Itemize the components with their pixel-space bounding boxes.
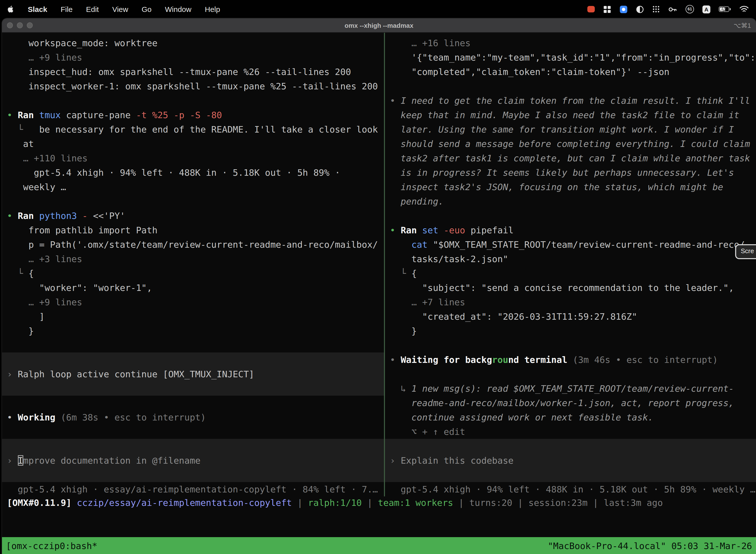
screen: Slack File Edit View Go Window Help: [0, 0, 756, 554]
terminal-row: • Working (6m 38s • esc to interrupt): [2, 410, 384, 425]
omx-status-line: [OMX#0.11.9] cczip/essay/ai-reimplementa…: [2, 495, 756, 510]
tmux-pane-right[interactable]: … +16 lines '{"team_name":"my-team","tas…: [385, 33, 756, 496]
tmux-pane-left[interactable]: workspace_mode: worktree … +9 lines insp…: [2, 33, 384, 496]
terminal-row: › Explain this codebase: [385, 453, 756, 467]
terminal-row: [385, 467, 756, 482]
tmux-session-label: [omx-cczip0:bash*: [6, 540, 97, 551]
menu-bar-left: Slack File Edit View Go Window Help: [7, 5, 220, 14]
terminal-row: … +16 lines: [385, 36, 756, 50]
menu-edit[interactable]: Edit: [86, 5, 99, 13]
terminal-row: "completed","claim_token":"claim-token"}…: [385, 64, 756, 79]
terminal-row: should send a message before completing …: [385, 136, 756, 151]
terminal-row: … +9 lines: [2, 50, 384, 64]
terminal-row: [385, 209, 756, 223]
terminal-row: "subject": "send a concise recommendatio…: [385, 280, 756, 295]
menu-bar-status-icons: 61 A: [587, 5, 749, 13]
window-shortcut-hint: ⌥⌘1: [734, 21, 751, 29]
terminal-row: … +110 lines: [2, 151, 384, 165]
terminal-row: gpt-5.4 xhigh · 94% left · 488K in · 5.1…: [385, 482, 756, 496]
terminal-row: • Waiting for background terminal (3m 46…: [385, 352, 756, 367]
terminal-row: "worker": "worker-1",: [2, 280, 384, 295]
terminal-row: • Ran python3 - <<'PY': [2, 209, 384, 223]
menu-go[interactable]: Go: [142, 5, 151, 13]
terminal-row: "created_at": "2026-03-31T11:59:27.816Z": [385, 309, 756, 324]
terminal-row: gpt-5.4 xhigh · essay/ai-reimplementatio…: [2, 482, 384, 496]
terminal-row: readme-and-reco/mailbox/worker-1.json, a…: [385, 396, 756, 410]
menu-app-name[interactable]: Slack: [28, 5, 47, 13]
terminal-row: [2, 467, 384, 482]
window-title-bar[interactable]: omx --xhigh --madmax ⌥⌘1: [2, 18, 756, 33]
battery-icon[interactable]: [719, 6, 731, 12]
terminal-row: }: [385, 324, 756, 338]
terminal-row: inspect_worker-1: omx sparkshell --tmux-…: [2, 79, 384, 93]
terminal-content: workspace_mode: worktree … +9 lines insp…: [2, 33, 756, 554]
terminal-row: [2, 338, 384, 352]
terminal-row: … +3 lines: [2, 252, 384, 266]
key-icon[interactable]: [668, 6, 677, 13]
terminal-row: gpt-5.4 xhigh · 94% left · 488K in · 5.1…: [2, 165, 384, 180]
terminal-row: … +7 lines: [385, 295, 756, 309]
menu-window[interactable]: Window: [165, 5, 191, 13]
zoom-button[interactable]: [27, 22, 33, 28]
charging-bolt-icon: [721, 5, 726, 12]
terminal-row: tasks/task-2.json": [385, 252, 756, 266]
battery-cap: [730, 8, 731, 10]
terminal-row: workspace_mode: worktree: [2, 36, 384, 50]
close-button[interactable]: [7, 22, 13, 28]
terminal-row: … +9 lines: [2, 295, 384, 309]
terminal-row: › Ralph loop active continue [OMX_TMUX_I…: [2, 367, 384, 381]
terminal-row: [OMX#0.11.9] cczip/essay/ai-reimplementa…: [2, 495, 756, 510]
grid-icon[interactable]: [603, 5, 611, 13]
terminal-row: is in progress? It seems likely but perh…: [385, 165, 756, 180]
terminal-row: '{"team_name":"my-team","task_id":"1","f…: [385, 50, 756, 64]
window-title: omx --xhigh --madmax: [344, 21, 413, 29]
terminal-row: keep that in mind. Maybe I also need the…: [385, 108, 756, 122]
menu-view[interactable]: View: [112, 5, 128, 13]
terminal-row: [2, 352, 384, 367]
terminal-row: [2, 439, 384, 453]
terminal-row: [2, 194, 384, 209]
blue-app-icon[interactable]: [620, 5, 628, 13]
terminal-row: [2, 425, 384, 439]
terminal-row: • Ran set -euo pipefail: [385, 223, 756, 237]
contrast-circle-icon[interactable]: [636, 5, 644, 13]
screen-recording-indicator-icon[interactable]: [587, 6, 595, 12]
apple-menu-icon[interactable]: [7, 5, 14, 14]
terminal-window: omx --xhigh --madmax ⌥⌘1 workspace_mode:…: [2, 18, 756, 554]
terminal-row: [2, 396, 384, 410]
terminal-row: }: [2, 324, 384, 338]
terminal-row: [2, 93, 384, 108]
menu-file[interactable]: File: [61, 5, 72, 13]
terminal-row: cat "$OMX_TEAM_STATE_ROOT/team/review-cu…: [385, 237, 756, 252]
terminal-row: └ be necessary for the end of the README…: [2, 122, 384, 136]
terminal-row: ⌥ + ↑ edit: [385, 425, 756, 439]
dots-grid-icon[interactable]: [652, 5, 660, 13]
terminal-row: └ {: [385, 266, 756, 280]
terminal-row: [385, 79, 756, 93]
menu-bar: Slack File Edit View Go Window Help: [0, 0, 756, 18]
screen-share-chip[interactable]: Scre: [736, 244, 756, 259]
tmux-host-clock: "MacBook-Pro-44.local" 05:03 31-Mar-26: [548, 540, 752, 551]
input-source-icon[interactable]: A: [702, 5, 710, 13]
menu-help[interactable]: Help: [205, 5, 220, 13]
terminal-row: [385, 439, 756, 453]
traffic-lights: [7, 22, 33, 28]
terminal-row: ↳ 1 new msg(s): read $OMX_TEAM_STATE_ROO…: [385, 381, 756, 396]
tmux-status-bar: [omx-cczip0:bash* "MacBook-Pro-44.local"…: [2, 537, 756, 554]
terminal-row: later. Using the same for transition mig…: [385, 122, 756, 136]
terminal-row: inspect task2's JSON, focusing on the st…: [385, 180, 756, 194]
terminal-row: task2 after task1 is complete, but can I…: [385, 151, 756, 165]
terminal-row: [2, 381, 384, 396]
terminal-row: └ {: [2, 266, 384, 280]
terminal-row: [385, 367, 756, 381]
terminal-row: pending.: [385, 194, 756, 209]
battery-percentage-badge[interactable]: 61: [686, 5, 694, 13]
terminal-row: weekly …: [2, 180, 384, 194]
terminal-row: ]: [2, 309, 384, 324]
terminal-row: inspect_hud: omx sparkshell --tmux-pane …: [2, 64, 384, 79]
terminal-row: continue assigned work or next feasible …: [385, 410, 756, 425]
terminal-row: from pathlib import Path: [2, 223, 384, 237]
minimize-button[interactable]: [17, 22, 23, 28]
terminal-row: [385, 338, 756, 352]
wifi-icon[interactable]: [739, 5, 749, 13]
